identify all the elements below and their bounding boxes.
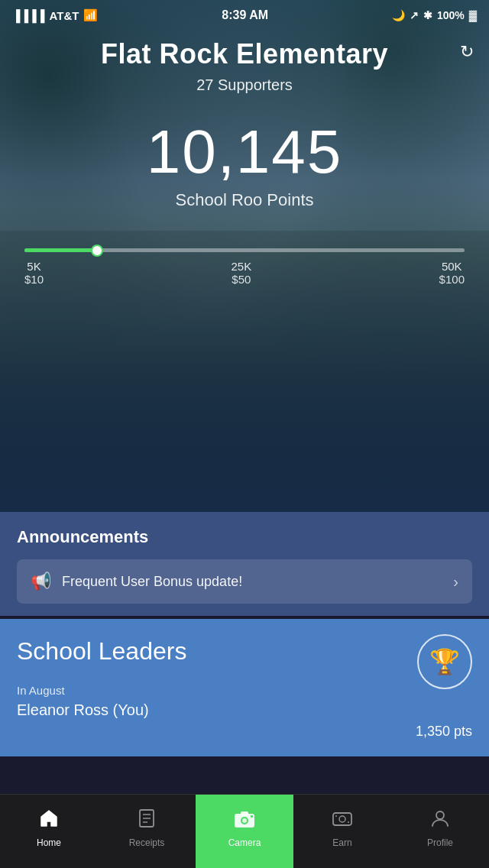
svg-point-10	[339, 816, 345, 822]
nav-profile[interactable]: Profile	[391, 795, 489, 868]
location-icon: ↗	[410, 9, 419, 21]
battery-label: 100%	[437, 9, 465, 21]
leaders-top-points: 1,350 pts	[416, 724, 472, 740]
reward-label-10: $10	[24, 273, 44, 286]
status-left: ▐▐▐▐ AT&T 📶	[12, 8, 98, 22]
profile-icon	[430, 808, 450, 834]
nav-earn[interactable]: Earn	[293, 795, 391, 868]
progress-labels: 5K $10 25K $50 50K $100	[24, 260, 465, 286]
milestone-label-25k: 25K	[231, 260, 251, 273]
points-number: 10,145	[147, 121, 343, 183]
status-bar: ▐▐▐▐ AT&T 📶 8:39 AM 🌙 ↗ ✱ 100% ▓	[0, 0, 489, 31]
svg-rect-9	[333, 813, 351, 825]
megaphone-icon: 📢	[31, 572, 51, 591]
announcements-title: Announcements	[17, 527, 472, 547]
bluetooth-icon: ✱	[423, 9, 432, 21]
announcements-section: Announcements 📢 Frequent User Bonus upda…	[0, 512, 489, 616]
reward-label-100: $100	[439, 273, 465, 286]
status-time: 8:39 AM	[222, 8, 268, 22]
receipts-icon	[137, 808, 157, 834]
progress-section: 5K $10 25K $50 50K $100	[24, 248, 465, 286]
milestone-5k: 5K $10	[24, 260, 44, 286]
supporters-count: 27 Supporters	[196, 76, 293, 94]
nav-camera[interactable]: Camera	[196, 795, 293, 868]
trophy-icon: 🏆	[417, 634, 472, 689]
leaders-title: School Leaders	[17, 637, 472, 666]
camera-icon	[233, 808, 256, 834]
home-icon	[39, 808, 59, 834]
status-right: 🌙 ↗ ✱ 100% ▓	[392, 9, 477, 21]
chevron-right-icon: ›	[453, 573, 458, 591]
milestone-label-5k: 5K	[27, 260, 40, 273]
school-name: Flat Rock Elementary	[101, 38, 388, 70]
hero-section: Flat Rock Elementary ↻ 27 Supporters 10,…	[0, 0, 489, 512]
progress-bar-fill	[24, 248, 99, 252]
progress-bar-track	[24, 248, 465, 252]
carrier-label: AT&T	[50, 9, 79, 22]
nav-receipts-label: Receipts	[129, 837, 165, 848]
hero-content: Flat Rock Elementary ↻ 27 Supporters 10,…	[0, 0, 489, 512]
announcement-text: Frequent User Bonus update!	[62, 574, 242, 590]
svg-rect-7	[241, 811, 248, 815]
reward-label-50: $50	[232, 273, 251, 286]
nav-receipts[interactable]: Receipts	[98, 795, 196, 868]
nav-home-label: Home	[37, 837, 61, 848]
bottom-nav: Home Receipts Camera	[0, 794, 489, 868]
points-label: School Roo Points	[176, 190, 314, 210]
milestone-25k: 25K $50	[231, 260, 251, 286]
announcement-item[interactable]: 📢 Frequent User Bonus update! ›	[17, 559, 472, 604]
milestone-50k: 50K $100	[439, 260, 465, 286]
leaders-section: School Leaders 🏆 In August Eleanor Ross …	[0, 619, 489, 756]
nav-profile-label: Profile	[427, 837, 453, 848]
moon-icon: 🌙	[392, 9, 405, 21]
svg-point-13	[436, 811, 444, 819]
svg-point-6	[242, 818, 247, 823]
earn-icon	[332, 808, 353, 834]
wifi-icon: 📶	[83, 8, 98, 22]
battery-icon: ▓	[469, 9, 477, 21]
nav-earn-label: Earn	[332, 837, 351, 848]
refresh-icon[interactable]: ↻	[460, 42, 474, 62]
svg-rect-8	[251, 815, 253, 818]
milestone-label-50k: 50K	[442, 260, 462, 273]
announcement-left: 📢 Frequent User Bonus update!	[31, 572, 242, 591]
nav-home[interactable]: Home	[0, 795, 98, 868]
signal-icon: ▐▐▐▐	[12, 9, 45, 22]
leaders-period: In August	[17, 684, 472, 697]
leaders-top-user: Eleanor Ross (You)	[17, 701, 472, 719]
nav-camera-label: Camera	[228, 837, 261, 848]
